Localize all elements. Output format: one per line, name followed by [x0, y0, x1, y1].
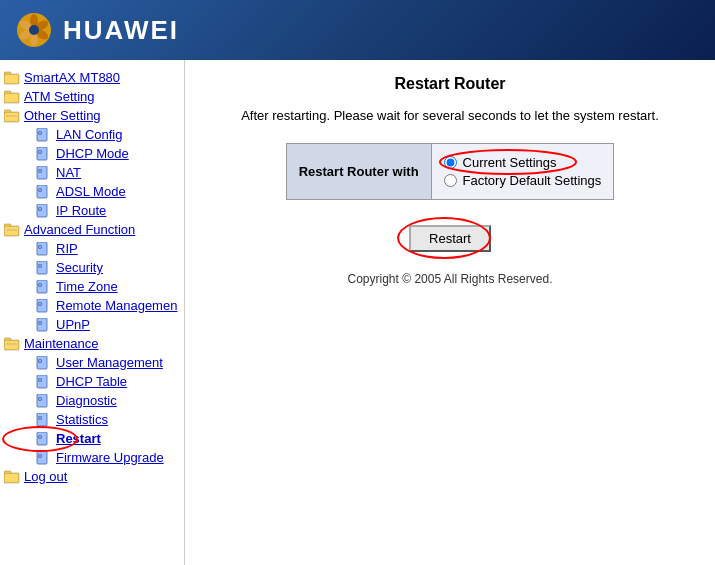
restart-button-wrapper: Restart: [409, 225, 491, 252]
svg-rect-16: [5, 113, 18, 121]
folder-open-icon: [4, 223, 20, 237]
sidebar-item-firmware[interactable]: Firmware Upgrade: [0, 448, 184, 467]
sidebar-item-iproute[interactable]: IP Route: [0, 201, 184, 220]
current-settings-radio[interactable]: [444, 156, 457, 169]
folder-icon: [4, 90, 20, 104]
page-icon: [36, 299, 52, 313]
svg-rect-74: [37, 394, 47, 407]
svg-rect-64: [5, 341, 18, 349]
sidebar-item-other[interactable]: Other Setting: [0, 106, 184, 125]
svg-rect-50: [37, 280, 47, 293]
svg-rect-40: [5, 227, 18, 235]
svg-rect-82: [37, 432, 47, 445]
page-icon: [36, 147, 52, 161]
svg-rect-10: [5, 75, 18, 83]
sidebar-item-usermgmt[interactable]: User Management: [0, 353, 184, 372]
svg-rect-15: [4, 110, 11, 113]
page-icon: [36, 394, 52, 408]
sidebar-item-upnp[interactable]: UPnP: [0, 315, 184, 334]
current-settings-label[interactable]: Current Settings: [463, 155, 557, 170]
svg-point-53: [40, 284, 41, 285]
restart-button[interactable]: Restart: [409, 225, 491, 252]
svg-point-57: [40, 303, 41, 304]
page-icon: [36, 166, 52, 180]
svg-point-25: [40, 151, 41, 152]
sidebar-item-security[interactable]: Security: [0, 258, 184, 277]
svg-point-69: [40, 360, 41, 361]
option-factory-row: Factory Default Settings: [444, 173, 602, 188]
page-icon: [36, 375, 52, 389]
svg-rect-86: [37, 451, 47, 464]
svg-point-33: [40, 189, 41, 190]
svg-point-73: [40, 379, 41, 380]
page-icon: [36, 432, 52, 446]
svg-rect-22: [37, 147, 47, 160]
sidebar-item-smartax[interactable]: SmartAX MT880: [0, 68, 184, 87]
svg-rect-13: [5, 94, 18, 102]
svg-rect-91: [4, 471, 11, 474]
svg-point-45: [40, 246, 41, 247]
svg-point-37: [40, 208, 41, 209]
svg-point-81: [40, 417, 41, 418]
svg-rect-66: [37, 356, 47, 369]
svg-point-7: [29, 25, 39, 35]
svg-rect-63: [4, 338, 11, 341]
restart-label: Restart Router with: [286, 144, 431, 200]
sidebar-item-diagnostic[interactable]: Diagnostic: [0, 391, 184, 410]
restart-button-area: Restart: [205, 225, 695, 252]
option-current-settings-row: Current Settings: [444, 155, 602, 170]
sidebar-item-advanced[interactable]: Advanced Function: [0, 220, 184, 239]
page-icon: [36, 280, 52, 294]
sidebar-item-lan[interactable]: LAN Config: [0, 125, 184, 144]
content-area: Restart Router After restarting. Please …: [185, 60, 715, 565]
factory-settings-label[interactable]: Factory Default Settings: [463, 173, 602, 188]
folder-open-icon: [4, 337, 20, 351]
factory-settings-radio[interactable]: [444, 174, 457, 187]
sidebar-item-dhcptable[interactable]: DHCP Table: [0, 372, 184, 391]
svg-rect-58: [37, 318, 47, 331]
svg-point-21: [40, 132, 41, 133]
restart-options-table: Restart Router with Current Settings: [286, 143, 615, 200]
sidebar-item-restart[interactable]: Restart: [0, 429, 184, 448]
svg-rect-39: [4, 224, 11, 227]
page-icon: [36, 318, 52, 332]
sidebar-item-rip[interactable]: RIP: [0, 239, 184, 258]
svg-point-89: [40, 455, 41, 456]
page-icon: [36, 413, 52, 427]
sidebar-item-adsl[interactable]: ADSL Mode: [0, 182, 184, 201]
svg-point-77: [40, 398, 41, 399]
svg-point-85: [40, 436, 41, 437]
copyright-text: Copyright © 2005 All Rights Reserved.: [205, 272, 695, 286]
folder-icon: [4, 71, 20, 85]
page-icon: [36, 128, 52, 142]
svg-point-61: [40, 322, 41, 323]
sidebar-item-logout[interactable]: Log out: [0, 467, 184, 486]
sidebar-item-maintenance[interactable]: Maintenance: [0, 334, 184, 353]
sidebar-item-statistics[interactable]: Statistics: [0, 410, 184, 429]
svg-point-29: [40, 170, 41, 171]
svg-rect-26: [37, 166, 47, 179]
sidebar-item-dhcp[interactable]: DHCP Mode: [0, 144, 184, 163]
svg-rect-18: [37, 128, 47, 141]
svg-rect-70: [37, 375, 47, 388]
svg-rect-46: [37, 261, 47, 274]
svg-rect-9: [4, 72, 11, 75]
svg-rect-78: [37, 413, 47, 426]
brand-name: HUAWEI: [63, 15, 179, 46]
restart-options-cell: Current Settings Factory Default Setting…: [431, 144, 614, 200]
sidebar-item-atm[interactable]: ATM Setting: [0, 87, 184, 106]
svg-rect-34: [37, 204, 47, 217]
page-icon: [36, 242, 52, 256]
folder-open-icon: [4, 109, 20, 123]
sidebar-item-remotemgmt[interactable]: Remote Managemen: [0, 296, 184, 315]
page-icon: [36, 261, 52, 275]
page-title: Restart Router: [205, 75, 695, 93]
page-icon: [36, 185, 52, 199]
sidebar: SmartAX MT880 ATM Setting Other Setting: [0, 60, 185, 565]
svg-rect-54: [37, 299, 47, 312]
sidebar-item-timezone[interactable]: Time Zone: [0, 277, 184, 296]
svg-rect-12: [4, 91, 11, 94]
page-icon: [36, 356, 52, 370]
main-layout: SmartAX MT880 ATM Setting Other Setting: [0, 60, 715, 565]
sidebar-item-nat[interactable]: NAT: [0, 163, 184, 182]
